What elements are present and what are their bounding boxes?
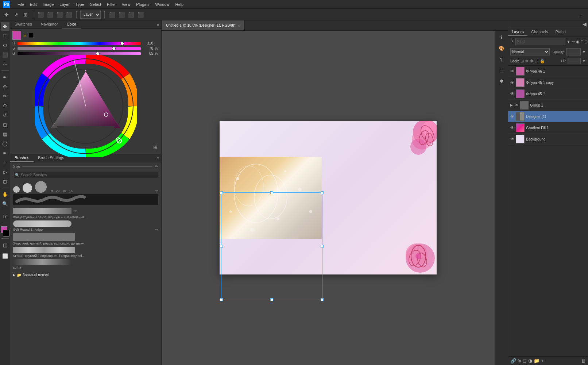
handle-bm[interactable] — [270, 298, 273, 301]
bri-thumb[interactable] — [96, 52, 100, 55]
brush-size-edit-icon[interactable]: ✏ — [155, 164, 158, 169]
adjust-filter-icon[interactable]: ◉ — [576, 39, 580, 44]
canvas-tab-close[interactable]: × — [238, 23, 240, 28]
history-tool[interactable]: ↺ — [1, 111, 9, 119]
grid-icon[interactable]: ⊞ — [22, 11, 29, 18]
sat-thumb[interactable] — [112, 47, 116, 50]
menu-type[interactable]: Type — [76, 2, 84, 7]
quick-mask-tool[interactable]: ◫ — [1, 241, 9, 249]
group-vis-icon[interactable]: 👁 — [514, 103, 518, 107]
panel-collapse-btn[interactable]: ≡ — [157, 23, 159, 27]
filter-type-icon[interactable]: ▼ — [566, 39, 570, 44]
pen-tool[interactable]: ✒ — [1, 149, 9, 157]
type-tool[interactable]: T — [1, 158, 9, 167]
layer-item-figura-46[interactable]: 👁 Фіґура 46 1 — [508, 66, 588, 77]
object-select-tool[interactable]: ⬛ — [1, 50, 9, 59]
kyle-brush-options[interactable]: ✏ — [74, 209, 77, 213]
add-style-icon[interactable]: fx — [518, 358, 521, 364]
brush-search-input[interactable] — [21, 173, 156, 177]
tab-paths[interactable]: Paths — [552, 28, 569, 36]
brush-filter-icon[interactable]: ✏ — [572, 39, 575, 44]
opacity-dropdown-icon[interactable]: ▼ — [582, 50, 586, 54]
shape-tool[interactable]: ◻ — [1, 177, 9, 186]
screen-mode-btn[interactable]: ⬜ — [1, 251, 9, 260]
hue-slider[interactable] — [18, 42, 141, 45]
eyedropper-tool[interactable]: ✒ — [1, 73, 9, 81]
handle-bl[interactable] — [220, 298, 223, 301]
link-layers-icon[interactable]: 🔗 — [510, 358, 516, 364]
arrow-tool-icon[interactable]: ↗ — [12, 11, 20, 18]
sat-slider[interactable] — [18, 47, 141, 50]
zoom-tool[interactable]: 🔍 — [1, 199, 9, 208]
bri-slider[interactable] — [18, 52, 141, 55]
hand-tool[interactable]: ✋ — [1, 190, 9, 199]
group-expand-icon[interactable]: ▶ — [13, 273, 15, 277]
handle-mr[interactable] — [321, 245, 324, 248]
brush-size-slider[interactable] — [22, 166, 152, 167]
fill-input[interactable] — [568, 58, 581, 64]
gradient-tool[interactable]: ▦ — [1, 130, 9, 138]
new-adjustment-icon[interactable]: ◑ — [528, 358, 532, 364]
brush-tool[interactable]: ✏ — [1, 92, 9, 100]
fill-dropdown-icon[interactable]: ▼ — [582, 59, 586, 63]
distribute-icon[interactable]: ⬛ — [108, 11, 116, 18]
text-align-tool[interactable]: ¶ — [496, 54, 507, 64]
dodge-tool[interactable]: ◯ — [1, 139, 9, 148]
soft-round-options[interactable]: ✏ — [155, 228, 158, 231]
color-wheel-svg[interactable] — [35, 55, 137, 157]
group-expand-icon[interactable]: ▶ — [510, 103, 513, 107]
gradient-vis-icon[interactable]: 👁 — [510, 126, 514, 130]
lock-pixels-icon[interactable]: ⊞ — [521, 59, 524, 64]
align-right-icon[interactable]: ⬛ — [56, 11, 63, 18]
distribute4-icon[interactable]: ⬛ — [137, 11, 144, 18]
brush-preset-2[interactable] — [23, 183, 32, 193]
menu-view[interactable]: View — [122, 2, 131, 7]
align-left-icon[interactable]: ⬛ — [37, 11, 44, 18]
brush-options-icon[interactable]: ✏ — [155, 189, 158, 193]
add-mask-icon[interactable]: ◻ — [523, 358, 527, 364]
healing-tool[interactable]: ⊕ — [1, 82, 9, 91]
gamut-warning[interactable] — [29, 33, 34, 38]
lock-artboard-icon[interactable]: ⬚ — [535, 59, 538, 64]
lock-brush-icon[interactable]: ✏ — [525, 59, 529, 64]
align-center-icon[interactable]: ⬛ — [46, 11, 54, 18]
color-sample-tool[interactable]: 🎨 — [496, 43, 507, 53]
transform-tool[interactable]: ⬚ — [496, 65, 507, 75]
fx-tool[interactable]: fx — [1, 212, 9, 221]
tab-swatches[interactable]: Swatches — [10, 20, 36, 28]
lock-all-icon[interactable]: 🔒 — [540, 59, 545, 64]
hue-thumb[interactable] — [120, 42, 124, 45]
menu-filter[interactable]: Filter — [107, 2, 116, 7]
layers-search-input[interactable] — [515, 38, 565, 45]
fg-color-swatch[interactable] — [12, 31, 21, 40]
brush-preset-1[interactable] — [13, 186, 20, 193]
menu-layer[interactable]: Layer — [59, 2, 70, 7]
canvas-tab-main[interactable]: Untitled-1 @ 18,8% (Designer (1), RGB/8)… — [162, 20, 245, 30]
layer-item-gradient[interactable]: 👁 Gradient Fill 1 — [508, 122, 588, 134]
menu-plugins[interactable]: Plugins — [136, 2, 149, 7]
layer-select[interactable]: Layer — [80, 11, 101, 19]
tab-color[interactable]: Color — [62, 20, 81, 28]
menu-edit[interactable]: Edit — [30, 2, 37, 7]
handle-ml[interactable] — [220, 245, 223, 248]
layer-item-background[interactable]: 👁 Background — [508, 134, 588, 145]
menu-window[interactable]: Window — [155, 2, 169, 7]
new-group-icon[interactable]: 📁 — [534, 358, 539, 364]
layer-item-figura-45-copy[interactable]: 👁 Фіґура 45 1 copy — [508, 77, 588, 88]
brush-preset-3[interactable] — [35, 181, 47, 193]
more-options-icon[interactable]: ··· — [578, 11, 585, 18]
brush-panel-menu[interactable]: ≡ — [157, 156, 159, 160]
distribute2-icon[interactable]: ⬛ — [118, 11, 125, 18]
designer-vis-icon[interactable]: 👁 — [510, 114, 514, 119]
eraser-tool[interactable]: ◻ — [1, 120, 9, 129]
delete-layer-icon[interactable]: 🗑 — [581, 358, 586, 364]
menu-select[interactable]: Select — [90, 2, 101, 7]
tab-channels[interactable]: Channels — [527, 28, 552, 36]
layer-vis-icon-2[interactable]: 👁 — [510, 80, 514, 85]
shape-filter-icon[interactable]: ◻ — [584, 39, 588, 44]
color-panel-options-icon[interactable]: ⊞ — [153, 144, 158, 150]
crop-tool[interactable]: ⊹ — [1, 60, 9, 69]
layer-item-designer[interactable]: 👁 Designer (1) — [508, 111, 588, 122]
distribute3-icon[interactable]: ⬛ — [127, 11, 135, 18]
stamp-tool[interactable]: ⊙ — [1, 101, 9, 110]
